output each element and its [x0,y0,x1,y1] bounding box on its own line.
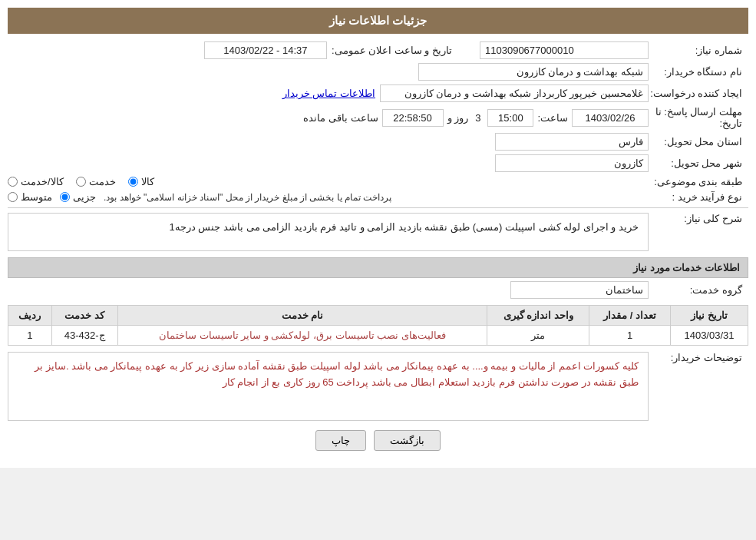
shahr-value-cell: کازرون [8,154,649,172]
mohlat-date: 1403/02/26 [572,109,649,127]
cell-tedad: 1 [589,326,671,346]
page-wrapper: جزئیات اطلاعات نیاز شماره نیاز: 11030906… [0,0,756,468]
col-radif: ردیف [8,306,52,326]
cell-kod: ج-432-43 [51,326,117,346]
description-row: توضیحات خریدار: کلیه کسورات اعمم از مالی… [8,352,748,421]
tabaqe-value-cell: کالا/خدمت خدمت کالا [8,176,649,187]
namdastgah-label: نام دستگاه خریدار: [649,66,748,78]
tabaqe-label: طبقه بندی موضوعی: [649,176,748,187]
contact-info-link[interactable]: اطلاعات تماس خریدار [282,88,375,99]
namdastgah-value-cell: شبکه بهداشت و درمان کازرون [8,63,649,81]
table-header-row: تاریخ نیاز تعداد / مقدار واحد اندازه گیر… [8,306,748,326]
col-kod: کد خدمت [51,306,117,326]
sharh-value: خرید و اجرای لوله کشی اسپیلت (مسی) طبق ن… [8,213,649,251]
col-tarikh-niaz: تاریخ نیاز [670,306,748,326]
ostan-row: استان محل تحویل: فارس [8,133,748,151]
cell-vahed: متر [487,326,589,346]
mohlat-time-label: ساعت: [537,112,568,124]
back-button[interactable]: بازگشت [374,430,441,451]
tarikh-label: تاریخ و ساعت اعلان عمومی: [332,45,452,56]
shahr-label: شهر محل تحویل: [649,157,748,169]
noe-description: پرداخت تمام یا بخشی از مبلغ خریدار از مح… [104,192,391,203]
gorohe-row: گروه خدمت: ساختمان [8,281,748,299]
shahr-row: شهر محل تحویل: کازرون [8,154,748,172]
radio-kala-khadamat[interactable]: کالا/خدمت [8,176,64,187]
shahr-value: کازرون [495,154,649,172]
radio-jazei[interactable]: جزیی [60,191,96,203]
mohlat-remaining: 22:58:50 [382,109,444,127]
ostan-label: استان محل تحویل: [649,136,748,147]
radio-kala[interactable]: کالا [128,176,154,187]
description-label: توضیحات خریدار: [649,352,748,363]
shomare-value: 1103090677000010 [480,41,649,59]
button-row: بازگشت چاپ [8,430,748,451]
sharh-row: شرح کلی نیاز: خرید و اجرای لوله کشی اسپی… [8,213,748,251]
col-name: نام خدمت [117,306,487,326]
namdastgah-value: شبکه بهداشت و درمان کازرون [418,63,649,81]
tarikh-value: 1403/02/22 - 14:37 [204,41,327,59]
divider1 [8,207,748,208]
shomare-row: شماره نیاز: 1103090677000010 تاریخ و ساع… [8,41,748,59]
gorohe-value: ساختمان [510,281,649,299]
tabaqe-row: طبقه بندی موضوعی: کالا/خدمت خدمت کالا [8,176,748,187]
print-button[interactable]: چاپ [315,430,366,451]
description-value: کلیه کسورات اعمم از مالیات و بیمه و.... … [8,352,649,421]
page-header: جزئیات اطلاعات نیاز [8,8,748,34]
mohlat-remaining-label: ساعت باقی مانده [303,112,378,124]
table-row: 1403/03/31 1 متر فعالیت‌های نصب تاسیسات … [8,326,748,346]
shomare-label: شماره نیاز: [649,45,748,56]
col-tedad: تعداد / مقدار [589,306,671,326]
service-table: تاریخ نیاز تعداد / مقدار واحد اندازه گیر… [8,305,748,346]
khadamat-header: اطلاعات خدمات مورد نیاز [8,257,748,278]
ostan-value-cell: فارس [8,133,649,151]
shomare-value-cell: 1103090677000010 تاریخ و ساعت اعلان عموم… [8,41,649,59]
noe-label: نوع فرآیند خرید : [649,191,748,203]
cell-tarikh: 1403/03/31 [670,326,748,346]
mohlat-label: مهلت ارسال پاسخ: تا تاریخ: [649,106,748,129]
ijad-value-cell: غلامحسین خیرپور کاربرداز شبکه بهداشت و د… [8,84,649,102]
mohlat-days: 3 [475,112,480,124]
noe-value-cell: متوسط جزیی پرداخت تمام یا بخشی از مبلغ خ… [8,191,649,203]
mohlat-time: 15:00 [487,109,533,127]
gorohe-label: گروه خدمت: [649,284,748,296]
mohlat-days-label: روز و [447,112,469,124]
col-vahed: واحد اندازه گیری [487,306,589,326]
radio-khadamat[interactable]: خدمت [76,176,116,187]
sharh-value-cell: خرید و اجرای لوله کشی اسپیلت (مسی) طبق ن… [8,213,649,251]
noe-row: نوع فرآیند خرید : متوسط جزیی پرداخت تمام… [8,191,748,203]
ijad-row: ایجاد کننده درخواست: غلامحسین خیرپور کار… [8,84,748,102]
main-content: شماره نیاز: 1103090677000010 تاریخ و ساع… [8,41,748,451]
ijad-label: ایجاد کننده درخواست: [649,88,748,99]
namdastgah-row: نام دستگاه خریدار: شبکه بهداشت و درمان ک… [8,63,748,81]
cell-name: فعالیت‌های نصب تاسیسات برق، لوله‌کشی و س… [117,326,487,346]
mohlat-value-cell: 1403/02/26 ساعت: 15:00 3 روز و 22:58:50 … [8,109,649,127]
sharh-label: شرح کلی نیاز: [649,213,748,224]
radio-motavaset[interactable]: متوسط [8,191,52,203]
description-value-cell: کلیه کسورات اعمم از مالیات و بیمه و.... … [8,352,649,421]
ijad-value: غلامحسین خیرپور کاربرداز شبکه بهداشت و د… [380,84,649,102]
ostan-value: فارس [495,133,649,151]
cell-radif: 1 [8,326,52,346]
mohlat-row: مهلت ارسال پاسخ: تا تاریخ: 1403/02/26 سا… [8,106,748,129]
gorohe-value-cell: ساختمان [8,281,649,299]
